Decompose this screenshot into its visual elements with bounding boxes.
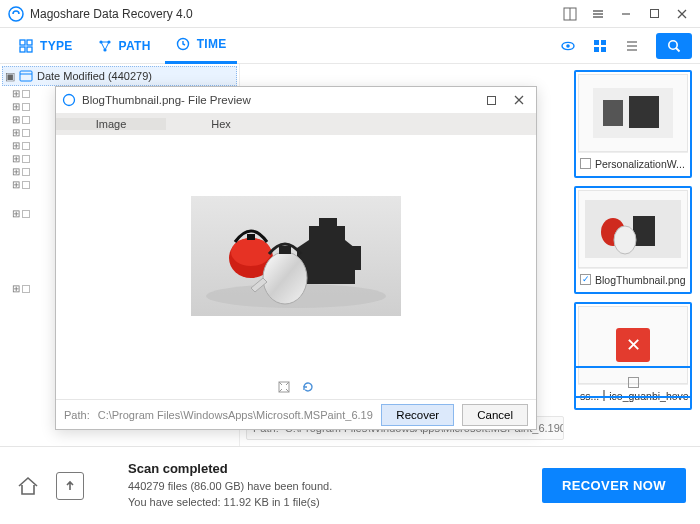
checkbox[interactable] <box>580 158 591 169</box>
close-button[interactable] <box>668 0 696 28</box>
app-title: Magoshare Data Recovery 4.0 <box>30 7 193 21</box>
svg-point-0 <box>9 7 23 21</box>
result-card-partial[interactable] <box>574 366 692 398</box>
calendar-icon <box>19 69 33 83</box>
preview-controls <box>56 377 536 399</box>
clock-icon <box>175 36 191 52</box>
checkbox[interactable] <box>628 377 639 388</box>
svg-line-28 <box>676 48 680 52</box>
svg-rect-33 <box>629 96 659 128</box>
scan-status-line2: You have selected: 11.92 KB in 1 file(s) <box>128 495 528 511</box>
svg-rect-20 <box>594 40 599 45</box>
tab-path[interactable]: PATH <box>87 28 161 64</box>
footer-status: Scan completed 440279 files (86.00 GB) h… <box>98 461 528 511</box>
broken-icon: ✕ <box>616 328 650 362</box>
svg-point-27 <box>669 40 677 48</box>
thumbnail-image <box>578 190 688 268</box>
result-card[interactable]: PersonalizationW... <box>574 70 692 178</box>
footer: Scan completed 440279 files (86.00 GB) h… <box>0 446 700 524</box>
tab-type-label: TYPE <box>40 39 73 53</box>
svg-rect-22 <box>594 47 599 52</box>
preview-image <box>191 196 401 316</box>
toolbar: TYPE PATH TIME <box>0 28 700 64</box>
svg-rect-11 <box>27 40 32 45</box>
svg-rect-45 <box>247 234 255 240</box>
rotate-icon[interactable] <box>301 380 315 397</box>
svg-rect-21 <box>601 40 606 45</box>
tab-path-label: PATH <box>119 39 151 53</box>
svg-point-19 <box>566 44 570 48</box>
svg-rect-7 <box>650 10 658 18</box>
preview-path-value: C:\Program Files\WindowsApps\Microsoft.M… <box>98 409 374 421</box>
svg-rect-49 <box>279 246 291 254</box>
tree-root[interactable]: ▣ Date Modified (440279) <box>2 66 237 86</box>
fit-icon[interactable] <box>277 380 291 397</box>
maximize-button[interactable] <box>640 0 668 28</box>
thumbnail-image <box>578 74 688 152</box>
preview-body <box>56 135 536 377</box>
svg-point-36 <box>614 226 636 254</box>
svg-point-37 <box>64 95 75 106</box>
card-label: PersonalizationW... <box>595 158 685 170</box>
scan-status-heading: Scan completed <box>128 461 528 476</box>
checkbox[interactable]: ✓ <box>580 274 591 285</box>
file-preview-dialog: BlogThumbnail.png- File Preview Image He… <box>55 86 537 430</box>
svg-rect-23 <box>601 47 606 52</box>
result-card[interactable]: ✓BlogThumbnail.png <box>574 186 692 294</box>
recover-button[interactable]: Recover <box>381 404 454 426</box>
grid-icon <box>18 38 34 54</box>
svg-rect-46 <box>319 218 337 226</box>
minimize-button[interactable] <box>612 0 640 28</box>
scan-status-line1: 440279 files (86.00 GB) have been found. <box>128 479 528 495</box>
dialog-close-button[interactable] <box>508 89 530 111</box>
view-thumbnails-icon[interactable] <box>588 34 612 58</box>
card-label: BlogThumbnail.png <box>595 274 685 286</box>
svg-rect-47 <box>351 246 361 270</box>
preview-tabstrip: Image Hex <box>56 113 536 135</box>
preview-path-label: Path: <box>64 409 90 421</box>
tab-type[interactable]: TYPE <box>8 28 83 64</box>
svg-rect-29 <box>20 71 32 81</box>
collapse-icon[interactable]: ▣ <box>5 70 15 83</box>
svg-point-44 <box>231 238 271 266</box>
tab-time[interactable]: TIME <box>165 28 237 64</box>
svg-rect-10 <box>20 40 25 45</box>
menu-icon[interactable] <box>584 0 612 28</box>
title-bar: Magoshare Data Recovery 4.0 <box>0 0 700 28</box>
view-list-icon[interactable] <box>620 34 644 58</box>
svg-rect-12 <box>20 47 25 52</box>
eye-icon[interactable] <box>556 34 580 58</box>
recover-now-button[interactable]: RECOVER NOW <box>542 468 686 503</box>
layout-toggle-icon[interactable] <box>556 0 584 28</box>
dialog-maximize-button[interactable] <box>480 89 502 111</box>
dialog-titlebar[interactable]: BlogThumbnail.png- File Preview <box>56 87 536 113</box>
app-icon <box>8 6 24 22</box>
app-icon <box>62 93 76 107</box>
home-button[interactable] <box>14 472 42 500</box>
preview-footer: Path: C:\Program Files\WindowsApps\Micro… <box>56 399 536 429</box>
dialog-title: BlogThumbnail.png- File Preview <box>82 94 251 106</box>
svg-rect-38 <box>487 96 495 104</box>
path-icon <box>97 38 113 54</box>
tree-root-label: Date Modified (440279) <box>37 70 152 82</box>
cancel-button[interactable]: Cancel <box>462 404 528 426</box>
svg-rect-13 <box>27 47 32 52</box>
tab-time-label: TIME <box>197 37 227 51</box>
preview-tab-image[interactable]: Image <box>56 118 166 130</box>
preview-tab-hex[interactable]: Hex <box>166 118 276 130</box>
svg-rect-32 <box>603 100 623 126</box>
svg-point-48 <box>263 252 307 304</box>
search-button[interactable] <box>656 33 692 59</box>
search-icon <box>666 38 682 54</box>
export-button[interactable] <box>56 472 84 500</box>
